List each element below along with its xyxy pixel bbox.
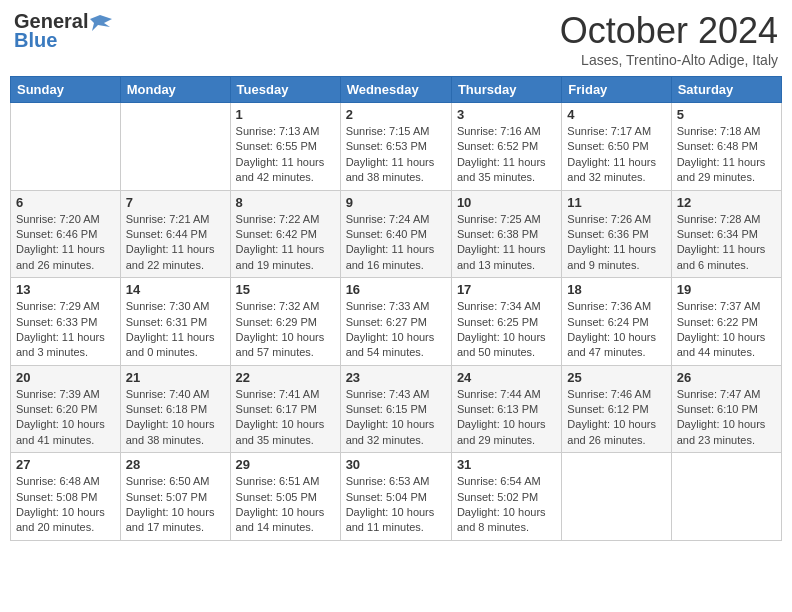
calendar-cell	[11, 103, 121, 191]
day-info: Sunrise: 7:40 AMSunset: 6:18 PMDaylight:…	[126, 387, 225, 449]
calendar-cell: 29Sunrise: 6:51 AMSunset: 5:05 PMDayligh…	[230, 453, 340, 541]
weekday-header-wednesday: Wednesday	[340, 77, 451, 103]
day-number: 28	[126, 457, 225, 472]
day-number: 1	[236, 107, 335, 122]
day-number: 3	[457, 107, 556, 122]
day-number: 17	[457, 282, 556, 297]
day-info: Sunrise: 7:17 AMSunset: 6:50 PMDaylight:…	[567, 124, 665, 186]
calendar-cell: 9Sunrise: 7:24 AMSunset: 6:40 PMDaylight…	[340, 190, 451, 278]
calendar-cell: 19Sunrise: 7:37 AMSunset: 6:22 PMDayligh…	[671, 278, 781, 366]
day-info: Sunrise: 7:34 AMSunset: 6:25 PMDaylight:…	[457, 299, 556, 361]
day-number: 8	[236, 195, 335, 210]
calendar-cell: 25Sunrise: 7:46 AMSunset: 6:12 PMDayligh…	[562, 365, 671, 453]
calendar-cell: 30Sunrise: 6:53 AMSunset: 5:04 PMDayligh…	[340, 453, 451, 541]
calendar-week-2: 6Sunrise: 7:20 AMSunset: 6:46 PMDaylight…	[11, 190, 782, 278]
calendar-cell: 20Sunrise: 7:39 AMSunset: 6:20 PMDayligh…	[11, 365, 121, 453]
day-number: 19	[677, 282, 776, 297]
logo-blue-text: Blue	[14, 29, 57, 52]
day-number: 5	[677, 107, 776, 122]
day-number: 4	[567, 107, 665, 122]
calendar-cell: 16Sunrise: 7:33 AMSunset: 6:27 PMDayligh…	[340, 278, 451, 366]
day-info: Sunrise: 7:36 AMSunset: 6:24 PMDaylight:…	[567, 299, 665, 361]
weekday-header-friday: Friday	[562, 77, 671, 103]
calendar-cell: 5Sunrise: 7:18 AMSunset: 6:48 PMDaylight…	[671, 103, 781, 191]
day-info: Sunrise: 7:15 AMSunset: 6:53 PMDaylight:…	[346, 124, 446, 186]
day-number: 2	[346, 107, 446, 122]
day-info: Sunrise: 7:44 AMSunset: 6:13 PMDaylight:…	[457, 387, 556, 449]
day-number: 16	[346, 282, 446, 297]
calendar-week-4: 20Sunrise: 7:39 AMSunset: 6:20 PMDayligh…	[11, 365, 782, 453]
day-number: 27	[16, 457, 115, 472]
logo-bird-icon	[90, 13, 112, 31]
day-info: Sunrise: 7:47 AMSunset: 6:10 PMDaylight:…	[677, 387, 776, 449]
day-info: Sunrise: 7:46 AMSunset: 6:12 PMDaylight:…	[567, 387, 665, 449]
calendar-cell: 24Sunrise: 7:44 AMSunset: 6:13 PMDayligh…	[451, 365, 561, 453]
calendar-cell: 17Sunrise: 7:34 AMSunset: 6:25 PMDayligh…	[451, 278, 561, 366]
calendar-week-5: 27Sunrise: 6:48 AMSunset: 5:08 PMDayligh…	[11, 453, 782, 541]
logo: General Blue	[14, 10, 112, 52]
day-info: Sunrise: 7:18 AMSunset: 6:48 PMDaylight:…	[677, 124, 776, 186]
calendar-cell: 11Sunrise: 7:26 AMSunset: 6:36 PMDayligh…	[562, 190, 671, 278]
calendar-cell: 27Sunrise: 6:48 AMSunset: 5:08 PMDayligh…	[11, 453, 121, 541]
day-number: 10	[457, 195, 556, 210]
title-area: October 2024 Lases, Trentino-Alto Adige,…	[560, 10, 778, 68]
calendar-cell: 22Sunrise: 7:41 AMSunset: 6:17 PMDayligh…	[230, 365, 340, 453]
day-info: Sunrise: 7:22 AMSunset: 6:42 PMDaylight:…	[236, 212, 335, 274]
day-info: Sunrise: 7:13 AMSunset: 6:55 PMDaylight:…	[236, 124, 335, 186]
calendar-cell: 7Sunrise: 7:21 AMSunset: 6:44 PMDaylight…	[120, 190, 230, 278]
calendar-cell: 6Sunrise: 7:20 AMSunset: 6:46 PMDaylight…	[11, 190, 121, 278]
calendar-week-3: 13Sunrise: 7:29 AMSunset: 6:33 PMDayligh…	[11, 278, 782, 366]
day-number: 20	[16, 370, 115, 385]
day-info: Sunrise: 7:39 AMSunset: 6:20 PMDaylight:…	[16, 387, 115, 449]
calendar-cell: 26Sunrise: 7:47 AMSunset: 6:10 PMDayligh…	[671, 365, 781, 453]
weekday-header-sunday: Sunday	[11, 77, 121, 103]
calendar-cell	[120, 103, 230, 191]
day-info: Sunrise: 7:25 AMSunset: 6:38 PMDaylight:…	[457, 212, 556, 274]
calendar-cell: 31Sunrise: 6:54 AMSunset: 5:02 PMDayligh…	[451, 453, 561, 541]
day-info: Sunrise: 7:32 AMSunset: 6:29 PMDaylight:…	[236, 299, 335, 361]
day-info: Sunrise: 7:24 AMSunset: 6:40 PMDaylight:…	[346, 212, 446, 274]
weekday-header-saturday: Saturday	[671, 77, 781, 103]
day-number: 6	[16, 195, 115, 210]
day-info: Sunrise: 6:54 AMSunset: 5:02 PMDaylight:…	[457, 474, 556, 536]
day-number: 11	[567, 195, 665, 210]
day-info: Sunrise: 7:16 AMSunset: 6:52 PMDaylight:…	[457, 124, 556, 186]
calendar-cell: 15Sunrise: 7:32 AMSunset: 6:29 PMDayligh…	[230, 278, 340, 366]
day-info: Sunrise: 7:28 AMSunset: 6:34 PMDaylight:…	[677, 212, 776, 274]
day-info: Sunrise: 6:53 AMSunset: 5:04 PMDaylight:…	[346, 474, 446, 536]
weekday-header-tuesday: Tuesday	[230, 77, 340, 103]
calendar-table: SundayMondayTuesdayWednesdayThursdayFrid…	[10, 76, 782, 541]
calendar-cell: 1Sunrise: 7:13 AMSunset: 6:55 PMDaylight…	[230, 103, 340, 191]
day-number: 24	[457, 370, 556, 385]
day-number: 13	[16, 282, 115, 297]
day-number: 22	[236, 370, 335, 385]
day-info: Sunrise: 7:26 AMSunset: 6:36 PMDaylight:…	[567, 212, 665, 274]
weekday-header-monday: Monday	[120, 77, 230, 103]
calendar-week-1: 1Sunrise: 7:13 AMSunset: 6:55 PMDaylight…	[11, 103, 782, 191]
day-info: Sunrise: 7:41 AMSunset: 6:17 PMDaylight:…	[236, 387, 335, 449]
day-info: Sunrise: 6:51 AMSunset: 5:05 PMDaylight:…	[236, 474, 335, 536]
calendar-cell: 23Sunrise: 7:43 AMSunset: 6:15 PMDayligh…	[340, 365, 451, 453]
calendar-cell: 12Sunrise: 7:28 AMSunset: 6:34 PMDayligh…	[671, 190, 781, 278]
day-info: Sunrise: 7:43 AMSunset: 6:15 PMDaylight:…	[346, 387, 446, 449]
location-subtitle: Lases, Trentino-Alto Adige, Italy	[560, 52, 778, 68]
day-number: 7	[126, 195, 225, 210]
calendar-cell: 28Sunrise: 6:50 AMSunset: 5:07 PMDayligh…	[120, 453, 230, 541]
day-info: Sunrise: 6:50 AMSunset: 5:07 PMDaylight:…	[126, 474, 225, 536]
day-number: 26	[677, 370, 776, 385]
calendar-cell: 18Sunrise: 7:36 AMSunset: 6:24 PMDayligh…	[562, 278, 671, 366]
day-number: 25	[567, 370, 665, 385]
day-number: 9	[346, 195, 446, 210]
calendar-cell: 3Sunrise: 7:16 AMSunset: 6:52 PMDaylight…	[451, 103, 561, 191]
day-info: Sunrise: 7:29 AMSunset: 6:33 PMDaylight:…	[16, 299, 115, 361]
day-info: Sunrise: 7:30 AMSunset: 6:31 PMDaylight:…	[126, 299, 225, 361]
weekday-header-row: SundayMondayTuesdayWednesdayThursdayFrid…	[11, 77, 782, 103]
day-info: Sunrise: 7:33 AMSunset: 6:27 PMDaylight:…	[346, 299, 446, 361]
day-number: 15	[236, 282, 335, 297]
day-number: 29	[236, 457, 335, 472]
day-number: 21	[126, 370, 225, 385]
month-title: October 2024	[560, 10, 778, 52]
day-info: Sunrise: 7:37 AMSunset: 6:22 PMDaylight:…	[677, 299, 776, 361]
day-info: Sunrise: 6:48 AMSunset: 5:08 PMDaylight:…	[16, 474, 115, 536]
calendar-cell: 10Sunrise: 7:25 AMSunset: 6:38 PMDayligh…	[451, 190, 561, 278]
